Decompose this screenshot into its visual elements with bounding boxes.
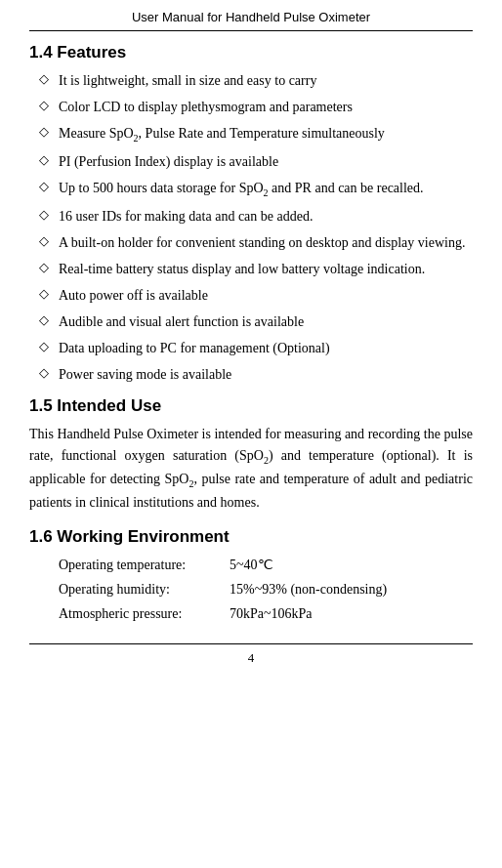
list-item: ◇ Measure SpO2, Pulse Rate and Temperatu…: [29, 123, 473, 145]
feature-text: It is lightweight, small in size and eas…: [59, 70, 473, 91]
diamond-icon: ◇: [39, 260, 49, 275]
list-item: ◇ Power saving mode is available: [29, 364, 473, 385]
header-title: User Manual for Handheld Pulse Oximeter: [132, 10, 370, 24]
list-item: ◇ Auto power off is available: [29, 285, 473, 306]
diamond-icon: ◇: [39, 233, 49, 249]
features-list: ◇ It is lightweight, small in size and e…: [29, 70, 473, 385]
feature-text: Measure SpO2, Pulse Rate and Temperature…: [59, 123, 473, 145]
intended-use-body: This Handheld Pulse Oximeter is intended…: [29, 424, 473, 514]
section-working-environment-title: 1.6 Working Environment: [29, 527, 473, 547]
diamond-icon: ◇: [39, 286, 49, 302]
diamond-icon: ◇: [39, 365, 49, 381]
diamond-icon: ◇: [39, 339, 49, 354]
list-item: ◇ It is lightweight, small in size and e…: [29, 70, 473, 91]
diamond-icon: ◇: [39, 98, 49, 113]
diamond-icon: ◇: [39, 71, 49, 87]
list-item: ◇ Data uploading to PC for management (O…: [29, 338, 473, 358]
page-header: User Manual for Handheld Pulse Oximeter: [29, 10, 473, 31]
env-value-humidity: 15%~93% (non-condensing): [230, 579, 473, 599]
diamond-icon: ◇: [39, 312, 49, 328]
diamond-icon: ◇: [39, 124, 49, 140]
env-value-temperature: 5~40℃: [230, 555, 473, 575]
list-item: ◇ Color LCD to display plethysmogram and…: [29, 97, 473, 117]
diamond-icon: ◇: [39, 179, 49, 194]
feature-text: 16 user IDs for making data and can be a…: [59, 206, 473, 227]
feature-text: A built-on holder for convenient standin…: [59, 232, 473, 253]
list-item: ◇ 16 user IDs for making data and can be…: [29, 206, 473, 227]
env-value-pressure: 70kPa~106kPa: [230, 603, 473, 624]
working-environment-table: Operating temperature: 5~40℃ Operating h…: [59, 555, 473, 624]
list-item: ◇ Audible and visual alert function is a…: [29, 311, 473, 332]
diamond-icon: ◇: [39, 207, 49, 223]
env-row-temperature: Operating temperature: 5~40℃: [59, 555, 473, 575]
diamond-icon: ◇: [39, 152, 49, 168]
feature-text: Audible and visual alert function is ava…: [59, 311, 473, 332]
feature-text: Color LCD to display plethysmogram and p…: [59, 97, 473, 117]
list-item: ◇ A built-on holder for convenient stand…: [29, 232, 473, 253]
list-item: ◇ Real-time battery status display and l…: [29, 259, 473, 279]
section-features-title: 1.4 Features: [29, 43, 473, 62]
feature-text: Power saving mode is available: [59, 364, 473, 385]
page-number: 4: [248, 650, 255, 665]
page-footer: 4: [29, 643, 473, 666]
feature-text: Up to 500 hours data storage for SpO2 an…: [59, 178, 473, 200]
list-item: ◇ PI (Perfusion Index) display is availa…: [29, 151, 473, 172]
list-item: ◇ Up to 500 hours data storage for SpO2 …: [29, 178, 473, 200]
env-label-temperature: Operating temperature:: [59, 555, 230, 575]
feature-text: Auto power off is available: [59, 285, 473, 306]
env-label-pressure: Atmospheric pressure:: [59, 603, 230, 624]
env-row-pressure: Atmospheric pressure: 70kPa~106kPa: [59, 603, 473, 624]
feature-text: Real-time battery status display and low…: [59, 259, 473, 279]
env-row-humidity: Operating humidity: 15%~93% (non-condens…: [59, 579, 473, 599]
feature-text: Data uploading to PC for management (Opt…: [59, 338, 473, 358]
page-container: User Manual for Handheld Pulse Oximeter …: [0, 0, 502, 868]
feature-text: PI (Perfusion Index) display is availabl…: [59, 151, 473, 172]
env-label-humidity: Operating humidity:: [59, 579, 230, 599]
section-intended-use-title: 1.5 Intended Use: [29, 396, 473, 416]
